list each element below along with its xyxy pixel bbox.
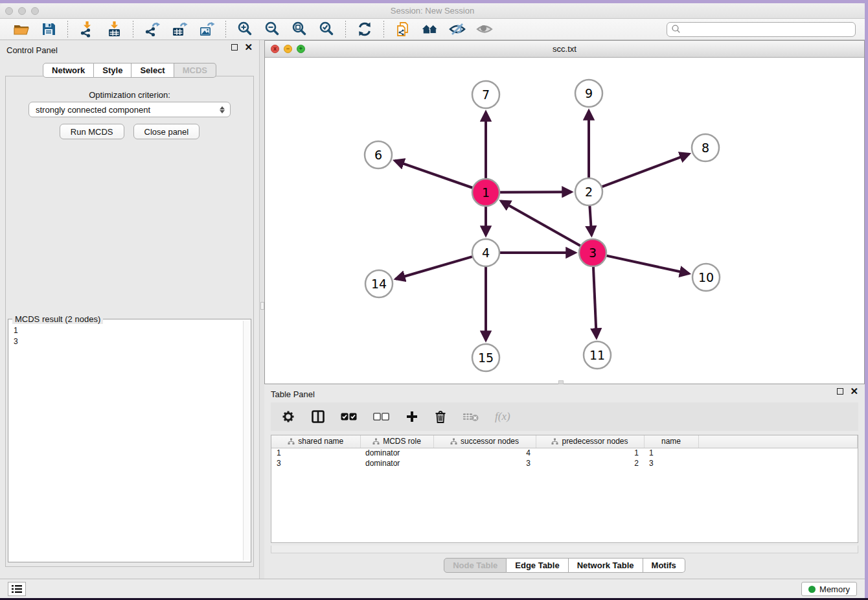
select-all-checked-icon[interactable] bbox=[341, 412, 358, 421]
export-table-icon[interactable] bbox=[170, 20, 188, 38]
houses-icon bbox=[421, 21, 439, 38]
open-session-icon[interactable] bbox=[12, 20, 30, 38]
column-header-name[interactable]: name bbox=[644, 435, 698, 448]
export-image-icon[interactable] bbox=[198, 20, 216, 38]
tab-select[interactable]: Select bbox=[131, 63, 174, 78]
graph-node-label-1: 1 bbox=[482, 185, 490, 200]
graph-edge-4-14[interactable] bbox=[396, 257, 472, 279]
function-builder-icon: f(x) bbox=[495, 410, 510, 423]
table-row[interactable]: 1dominator411 bbox=[271, 448, 858, 458]
run-mcds-button[interactable]: Run MCDS bbox=[60, 124, 124, 139]
column-header-shared_name[interactable]: shared name bbox=[271, 435, 360, 448]
table-settings-gear-icon[interactable] bbox=[281, 410, 295, 424]
network-canvas[interactable]: 7968124314101511 bbox=[265, 58, 864, 384]
toolbar-separator bbox=[67, 21, 68, 38]
column-view-icon[interactable] bbox=[311, 410, 325, 424]
delete-table-icon bbox=[463, 411, 479, 422]
tab-network[interactable]: Network bbox=[43, 63, 94, 78]
network-window-titlebar[interactable]: x − + scc.txt bbox=[265, 41, 864, 58]
export-network-icon[interactable] bbox=[143, 20, 161, 38]
toolbar-separator bbox=[133, 21, 133, 38]
hide-selected-icon[interactable] bbox=[448, 20, 466, 38]
zoom-fit-icon[interactable] bbox=[290, 20, 308, 38]
cell-name[interactable]: 3 bbox=[644, 458, 698, 468]
zoom-in-icon[interactable] bbox=[236, 20, 254, 38]
control-panel-title: Control Panel bbox=[6, 45, 58, 55]
graph-edge-3-10[interactable] bbox=[606, 256, 689, 274]
save-session-icon[interactable] bbox=[40, 20, 58, 38]
show-all-icon[interactable] bbox=[475, 20, 494, 38]
graph-edge-1-6[interactable] bbox=[394, 161, 472, 188]
mcds-result-text[interactable]: 1 3 bbox=[8, 321, 243, 562]
tab-mcds[interactable]: MCDS bbox=[174, 63, 216, 78]
close-panel-button[interactable]: Close panel bbox=[133, 124, 200, 139]
cell-mcds_role[interactable]: dominator bbox=[360, 448, 433, 458]
memory-button[interactable]: Memory bbox=[801, 582, 857, 596]
app-screen: Session: New Session bbox=[0, 0, 868, 600]
control-panel: Control Panel ✕ Network Style Select MCD… bbox=[0, 40, 259, 579]
network-graph[interactable]: 7968124314101511 bbox=[265, 58, 864, 384]
table-panel-title: Table Panel bbox=[271, 389, 315, 399]
home-view-icon[interactable] bbox=[421, 20, 439, 38]
table-panel: Table Panel ✕ bbox=[264, 384, 865, 579]
optimization-criterion-label: Optimization criterion: bbox=[0, 90, 259, 100]
deselect-all-icon[interactable] bbox=[373, 412, 390, 421]
cell-filler[interactable] bbox=[698, 448, 858, 458]
float-table-panel-icon[interactable] bbox=[837, 388, 843, 395]
graph-edge-2-3[interactable] bbox=[589, 206, 591, 235]
window-title: Session: New Session bbox=[0, 6, 865, 16]
delete-column-trash-icon[interactable] bbox=[434, 410, 447, 424]
close-panel-icon[interactable]: ✕ bbox=[244, 44, 253, 51]
tab-motifs[interactable]: Motifs bbox=[643, 558, 685, 573]
graph-edge-2-8[interactable] bbox=[602, 154, 689, 187]
tab-node-table[interactable]: Node Table bbox=[444, 558, 507, 573]
table-hscroll-strip[interactable] bbox=[271, 546, 858, 553]
table-body[interactable]: 1dominator4113dominator323 bbox=[271, 448, 858, 468]
tab-style[interactable]: Style bbox=[94, 63, 131, 78]
cell-successor_nodes[interactable]: 4 bbox=[433, 448, 536, 458]
graph-node-label-8: 8 bbox=[702, 141, 709, 155]
tab-edge-table[interactable]: Edge Table bbox=[507, 558, 568, 573]
cell-predecessor_nodes[interactable]: 2 bbox=[536, 458, 644, 468]
graph-node-label-14: 14 bbox=[371, 277, 387, 291]
table-row[interactable]: 3dominator323 bbox=[271, 458, 858, 468]
cell-shared_name[interactable]: 3 bbox=[271, 458, 360, 468]
column-header-predecessor_nodes[interactable]: predecessor nodes bbox=[536, 435, 644, 448]
cell-shared_name[interactable]: 1 bbox=[271, 448, 360, 458]
main-toolbar bbox=[0, 19, 865, 40]
cell-filler[interactable] bbox=[698, 458, 858, 468]
refresh-view-icon[interactable] bbox=[356, 20, 374, 38]
import-network-icon[interactable] bbox=[78, 20, 96, 38]
column-header-successor_nodes[interactable]: successor nodes bbox=[433, 435, 536, 448]
tab-network-table[interactable]: Network Table bbox=[569, 558, 643, 573]
graph-edge-1-2[interactable] bbox=[500, 192, 571, 192]
node-table[interactable]: shared nameMCDS rolesuccessor nodesprede… bbox=[271, 435, 858, 543]
cell-name[interactable]: 1 bbox=[644, 448, 698, 458]
refresh-icon bbox=[356, 21, 373, 38]
graph-edge-3-1[interactable] bbox=[501, 201, 580, 246]
clone-network-icon[interactable] bbox=[394, 20, 412, 38]
zoom-selected-icon[interactable] bbox=[317, 20, 336, 38]
task-history-button[interactable] bbox=[8, 582, 26, 596]
network-view-window: x − + scc.txt 7968124314101511 bbox=[264, 40, 865, 384]
folder-icon bbox=[13, 21, 30, 38]
float-panel-icon[interactable] bbox=[231, 44, 238, 51]
panel-splitter[interactable] bbox=[259, 40, 264, 579]
status-bar: Memory bbox=[0, 579, 865, 598]
window-titlebar[interactable]: Session: New Session bbox=[0, 3, 865, 19]
column-header-filler bbox=[698, 435, 858, 448]
search-input[interactable] bbox=[667, 22, 856, 37]
cell-mcds_role[interactable]: dominator bbox=[360, 458, 433, 468]
cell-successor_nodes[interactable]: 3 bbox=[433, 458, 536, 468]
zoom-out-icon[interactable] bbox=[263, 20, 281, 38]
graph-edge-3-11[interactable] bbox=[593, 267, 597, 338]
cell-predecessor_nodes[interactable]: 1 bbox=[536, 448, 644, 458]
close-table-panel-icon[interactable]: ✕ bbox=[850, 388, 858, 395]
optimization-criterion-select[interactable]: strongly connected component bbox=[29, 102, 231, 117]
table-header-row[interactable]: shared nameMCDS rolesuccessor nodesprede… bbox=[271, 435, 858, 448]
add-column-icon[interactable] bbox=[405, 410, 418, 423]
import-table-icon[interactable] bbox=[105, 20, 123, 38]
floppy-icon bbox=[40, 21, 57, 38]
result-scrollbar[interactable] bbox=[243, 321, 250, 560]
column-header-mcds_role[interactable]: MCDS role bbox=[360, 435, 433, 448]
